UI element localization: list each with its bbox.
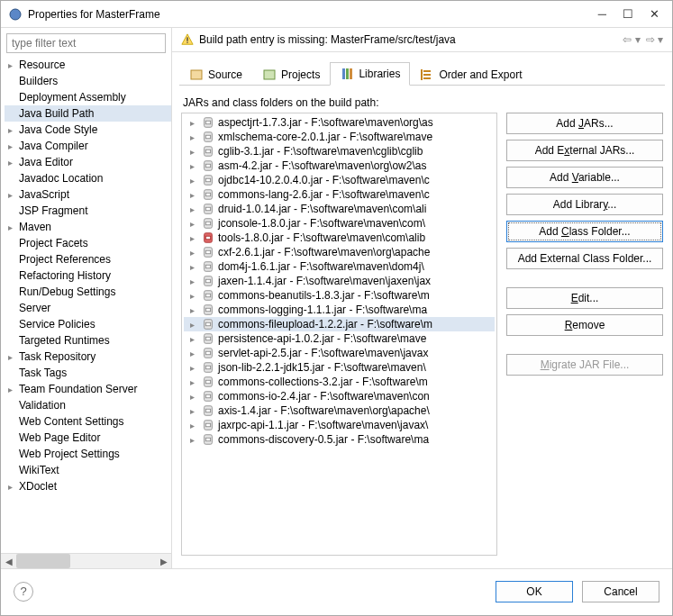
jar-label: jconsole-1.8.0.jar - F:\software\maven\c…	[218, 217, 425, 230]
tree-item[interactable]: Project References	[5, 251, 171, 267]
window-title: Properties for MasterFrame	[28, 8, 598, 21]
tree-item[interactable]: Service Policies	[5, 316, 171, 332]
tree-item[interactable]: Web Project Settings	[5, 446, 171, 462]
tree-item[interactable]: Deployment Assembly	[5, 89, 171, 105]
ok-button[interactable]: OK	[496, 581, 573, 602]
jar-item[interactable]: ▸jaxrpc-api-1.1.jar - F:\software\maven\…	[184, 418, 495, 432]
tree-item[interactable]: Javadoc Location	[5, 170, 171, 186]
banner-forward-icon[interactable]: ⇨ ▾	[646, 33, 663, 46]
tree-item[interactable]: ▸JavaScript	[5, 186, 171, 203]
tab-source[interactable]: Source	[179, 62, 252, 86]
tree-item[interactable]: ▸Task Repository	[5, 349, 171, 365]
tree-item-label: Web Content Settings	[19, 415, 124, 428]
banner-back-icon[interactable]: ⇦ ▾	[623, 33, 640, 46]
jar-icon	[202, 145, 214, 158]
jar-item[interactable]: ▸cxf-2.6.1.jar - F:\software\maven\org\a…	[184, 245, 495, 259]
add-external-class-folder-button[interactable]: Add External Class Folder...	[506, 248, 663, 269]
svg-rect-25	[205, 236, 210, 240]
jar-item[interactable]: ▸jconsole-1.8.0.jar - F:\software\maven\…	[184, 216, 495, 231]
add-class-folder-button[interactable]: Add Class Folder...	[506, 221, 663, 242]
jar-item[interactable]: ▸xmlschema-core-2.0.1.jar - F:\software\…	[184, 130, 495, 144]
tree-item-label: Java Build Path	[19, 107, 94, 120]
tree-item-label: Server	[19, 302, 50, 314]
tree-item[interactable]: Task Tags	[5, 365, 171, 381]
tree-item[interactable]: Web Content Settings	[5, 413, 171, 430]
tree-item[interactable]: Java Build Path	[5, 105, 171, 122]
tab-libraries[interactable]: Libraries	[330, 62, 410, 86]
libraries-icon	[340, 67, 354, 81]
jar-tree[interactable]: ▸aspectjrt-1.7.3.jar - F:\software\maven…	[181, 113, 497, 556]
edit-button[interactable]: Edit...	[506, 287, 663, 309]
jar-item[interactable]: ▸commons-beanutils-1.8.3.jar - F:\softwa…	[184, 288, 495, 303]
category-tree[interactable]: ▸ResourceBuildersDeployment AssemblyJava…	[1, 57, 171, 553]
jar-item[interactable]: ▸servlet-api-2.5.jar - F:\software\maven…	[184, 346, 495, 360]
tree-item[interactable]: WikiText	[5, 462, 171, 478]
maximize-button[interactable]: ☐	[623, 7, 633, 21]
jar-item[interactable]: ▸commons-fileupload-1.2.2.jar - F:\softw…	[184, 317, 495, 331]
tree-item[interactable]: Project Facets	[5, 235, 171, 251]
tree-item-label: Project Facets	[19, 237, 88, 249]
jar-item[interactable]: ▸asm-4.2.jar - F:\software\maven\org\ow2…	[184, 159, 495, 173]
chevron-right-icon: ▸	[8, 125, 19, 135]
tree-item[interactable]: Web Page Editor	[5, 430, 171, 446]
jar-item[interactable]: ▸axis-1.4.jar - F:\software\maven\org\ap…	[184, 403, 495, 418]
tab-order-export[interactable]: Order and Export	[410, 62, 532, 86]
jar-item[interactable]: ▸json-lib-2.2.1-jdk15.jar - F:\software\…	[184, 360, 495, 375]
tree-item[interactable]: Validation	[5, 397, 171, 413]
jar-item[interactable]: ▸commons-logging-1.1.1.jar - F:\software…	[184, 303, 495, 317]
tree-item[interactable]: ▸Resource	[5, 57, 171, 73]
svg-rect-27	[205, 250, 210, 254]
tree-item[interactable]: ▸Maven	[5, 219, 171, 235]
jar-label: json-lib-2.2.1-jdk15.jar - F:\software\m…	[218, 361, 426, 374]
scroll-right-icon[interactable]: ▶	[156, 557, 171, 566]
jar-item[interactable]: ▸druid-1.0.14.jar - F:\software\maven\co…	[184, 202, 495, 216]
jar-item[interactable]: ▸commons-collections-3.2.jar - F:\softwa…	[184, 375, 495, 389]
tree-item[interactable]: Targeted Runtimes	[5, 332, 171, 349]
add-external-jars-button[interactable]: Add External JARs...	[506, 140, 663, 161]
jar-item[interactable]: ▸cglib-3.1.jar - F:\software\maven\cglib…	[184, 144, 495, 159]
tree-item-label: WikiText	[19, 464, 59, 476]
jar-item[interactable]: ▸ojdbc14-10.2.0.4.0.jar - F:\software\ma…	[184, 173, 495, 187]
tree-item[interactable]: ▸Java Editor	[5, 154, 171, 170]
jar-item[interactable]: ▸commons-discovery-0.5.jar - F:\software…	[184, 432, 495, 447]
add-jars-button[interactable]: Add JARs...	[506, 113, 663, 134]
chevron-right-icon: ▸	[8, 141, 19, 151]
jar-label: xmlschema-core-2.0.1.jar - F:\software\m…	[218, 131, 432, 143]
jar-icon	[202, 347, 214, 359]
tree-item-label: Refactoring History	[19, 269, 111, 282]
tree-item[interactable]: Server	[5, 300, 171, 316]
tree-item-label: JavaScript	[19, 188, 69, 201]
minimize-button[interactable]: ─	[598, 7, 606, 21]
jar-icon	[202, 231, 214, 244]
jar-item[interactable]: ▸persistence-api-1.0.2.jar - F:\software…	[184, 331, 495, 346]
tree-item-label: Maven	[19, 221, 51, 233]
jar-item[interactable]: ▸commons-io-2.4.jar - F:\software\maven\…	[184, 389, 495, 403]
tree-item[interactable]: ▸Java Code Style	[5, 122, 171, 138]
tree-item[interactable]: ▸Team Foundation Server	[5, 381, 171, 397]
tree-item[interactable]: JSP Fragment	[5, 203, 171, 219]
jar-item[interactable]: ▸dom4j-1.6.1.jar - F:\software\maven\dom…	[184, 259, 495, 274]
filter-input[interactable]	[6, 33, 166, 53]
jar-item[interactable]: ▸tools-1.8.0.jar - F:\software\maven\com…	[184, 231, 495, 245]
remove-button[interactable]: Remove	[506, 314, 663, 336]
tree-item[interactable]: ▸Java Compiler	[5, 138, 171, 154]
jar-item[interactable]: ▸aspectjrt-1.7.3.jar - F:\software\maven…	[184, 115, 495, 130]
chevron-right-icon: ▸	[8, 190, 19, 200]
add-variable-button[interactable]: Add Variable...	[506, 167, 663, 188]
tree-item[interactable]: Refactoring History	[5, 267, 171, 284]
h-scrollbar[interactable]: ◀ ▶	[1, 553, 171, 568]
help-icon[interactable]: ?	[14, 582, 33, 602]
jar-label: aspectjrt-1.7.3.jar - F:\software\maven\…	[218, 116, 433, 129]
cancel-button[interactable]: Cancel	[582, 581, 659, 602]
scroll-left-icon[interactable]: ◀	[1, 557, 16, 566]
tree-item-label: Targeted Runtimes	[19, 334, 110, 347]
svg-rect-23	[205, 222, 210, 225]
tree-item[interactable]: Builders	[5, 73, 171, 89]
close-button[interactable]: ✕	[650, 7, 659, 21]
tree-item[interactable]: Run/Debug Settings	[5, 284, 171, 300]
jar-item[interactable]: ▸commons-lang-2.6.jar - F:\software\mave…	[184, 187, 495, 202]
tree-item[interactable]: ▸XDoclet	[5, 478, 171, 494]
add-library-button[interactable]: Add Library...	[506, 194, 663, 215]
tab-projects[interactable]: Projects	[252, 62, 330, 86]
jar-item[interactable]: ▸jaxen-1.1.4.jar - F:\software\maven\jax…	[184, 274, 495, 288]
